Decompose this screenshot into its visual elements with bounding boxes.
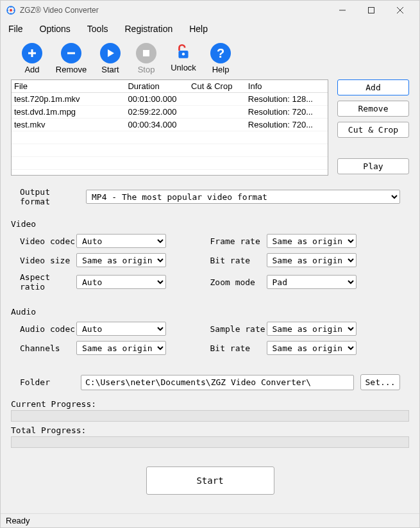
video-codec-label: Video codec — [20, 236, 76, 246]
col-cutcrop[interactable]: Cut & Crop — [189, 80, 246, 93]
toolbar-stop[interactable]: Stop — [133, 43, 160, 74]
col-info[interactable]: Info — [246, 80, 328, 93]
total-progress-bar — [11, 436, 409, 448]
aspect-ratio-label: Aspect ratio — [20, 272, 76, 292]
menu-help[interactable]: Help — [187, 21, 210, 37]
cutcrop-button[interactable]: Cut & Crop — [337, 122, 409, 138]
menu-file[interactable]: File — [6, 21, 26, 37]
video-bitrate-select[interactable]: Same as original vid — [267, 253, 357, 267]
menu-options[interactable]: Options — [37, 21, 73, 37]
status-text: Ready — [6, 516, 30, 525]
video-codec-select[interactable]: Auto — [76, 234, 166, 248]
add-button[interactable]: Add — [337, 79, 409, 95]
start-button[interactable]: Start — [146, 466, 274, 495]
video-size-select[interactable]: Same as original vid — [76, 253, 166, 267]
remove-button[interactable]: Remove — [337, 101, 409, 117]
titlebar: ZGZ® Video Converter — [1, 1, 419, 20]
close-button[interactable] — [385, 1, 414, 20]
play-button[interactable]: Play — [337, 158, 409, 174]
video-bitrate-label: Bit rate — [210, 256, 267, 265]
svg-point-1 — [10, 9, 12, 12]
plus-icon — [22, 43, 42, 63]
window-controls — [328, 1, 414, 20]
zoom-mode-select[interactable]: Pad — [267, 275, 357, 289]
col-file[interactable]: File — [12, 80, 125, 93]
toolbar: Add Remove Start Stop Unlock ? Help — [1, 38, 419, 77]
file-table[interactable]: File Duration Cut & Crop Info test.720p.… — [11, 79, 328, 176]
video-group-title: Video — [11, 215, 409, 231]
play-icon — [100, 43, 121, 63]
set-folder-button[interactable]: Set... — [360, 374, 400, 390]
svg-rect-10 — [143, 50, 149, 56]
unlock-icon — [175, 43, 192, 62]
menubar: File Options Tools Registration Help — [1, 20, 419, 38]
window-title: ZGZ® Video Converter — [20, 6, 328, 15]
table-row[interactable]: test.720p.1m.mkv00:01:00.000Resolution: … — [12, 93, 328, 106]
svg-rect-3 — [368, 8, 374, 13]
side-buttons: Add Remove Cut & Crop Play — [337, 79, 409, 176]
toolbar-unlock[interactable]: Unlock — [169, 43, 198, 74]
zoom-mode-label: Zoom mode — [210, 277, 267, 287]
maximize-button[interactable] — [357, 1, 385, 20]
sample-rate-select[interactable]: Same as original aud — [267, 322, 357, 336]
menu-tools[interactable]: Tools — [85, 21, 111, 37]
audio-bitrate-label: Bit rate — [210, 343, 267, 353]
channels-label: Channels — [20, 343, 76, 353]
channels-select[interactable]: Same as original aud — [76, 341, 166, 355]
current-progress-bar — [11, 410, 409, 422]
svg-point-12 — [182, 53, 185, 55]
minus-icon — [61, 43, 81, 63]
output-format-label: Output format — [20, 187, 81, 206]
minimize-button[interactable] — [328, 1, 357, 20]
sample-rate-label: Sample rate — [210, 324, 267, 334]
output-format-select[interactable]: MP4 - The most popular video format — [86, 190, 400, 204]
audio-codec-label: Audio codec — [20, 324, 76, 334]
current-progress-label: Current Progress: — [11, 399, 409, 410]
audio-codec-select[interactable]: Auto — [76, 322, 166, 336]
total-progress-label: Total Progress: — [11, 425, 409, 436]
video-size-label: Video size — [20, 256, 76, 265]
menu-registration[interactable]: Registration — [122, 21, 176, 37]
statusbar: Ready — [1, 513, 419, 527]
help-icon: ? — [210, 43, 231, 63]
toolbar-help[interactable]: ? Help — [207, 43, 234, 74]
frame-rate-select[interactable]: Same as original vid — [267, 234, 357, 248]
stop-icon — [136, 43, 156, 63]
svg-marker-9 — [108, 49, 114, 57]
frame-rate-label: Frame rate — [210, 236, 267, 246]
toolbar-add[interactable]: Add — [19, 43, 46, 74]
table-row[interactable]: test.mkv00:00:34.000Resolution: 720... — [12, 119, 328, 131]
audio-bitrate-select[interactable]: Same as original aud — [267, 341, 357, 355]
aspect-ratio-select[interactable]: Auto — [76, 275, 166, 289]
toolbar-remove[interactable]: Remove — [55, 43, 88, 74]
table-row[interactable]: test.dvd.1m.mpg02:59:22.000Resolution: 7… — [12, 106, 328, 119]
toolbar-start[interactable]: Start — [97, 43, 124, 74]
folder-input[interactable] — [81, 375, 354, 390]
audio-group-title: Audio — [11, 303, 409, 319]
col-duration[interactable]: Duration — [125, 80, 189, 93]
app-icon — [6, 5, 16, 15]
folder-label: Folder — [20, 377, 74, 387]
